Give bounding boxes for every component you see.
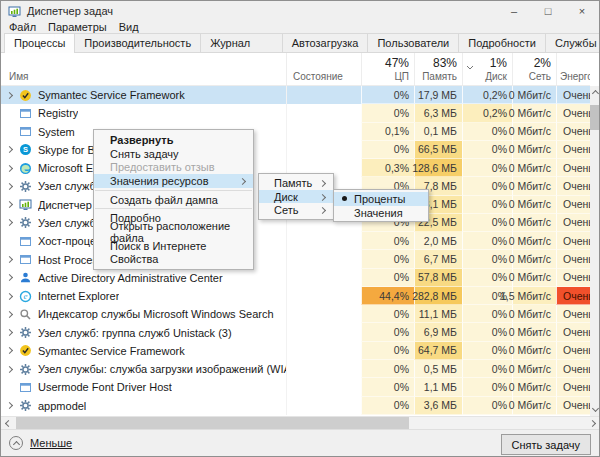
menubar-item-file[interactable]: Файл [3,20,42,34]
tab-app-history[interactable]: Журнал приложений [200,33,283,52]
status-cell [286,397,361,415]
horizontal-scrollbar-thumb[interactable] [16,417,409,429]
memory-cell: 17,9 МБ [414,86,462,104]
submenu-item-network[interactable]: Сеть [259,203,333,217]
expander-icon[interactable] [1,202,14,207]
column-header-name[interactable]: Имя [1,53,286,85]
column-header-cpu[interactable]: 47% ЦП [361,53,414,85]
status-cell [286,104,361,122]
expander-icon[interactable] [1,294,14,299]
process-name-cell: Индексатор службы Microsoft Windows Sear… [1,305,286,323]
tab-processes[interactable]: Процессы [4,33,75,53]
table-row[interactable]: Host Process fo0%6,7 МБ0%0 Мбит/сОчень н… [1,250,590,268]
menu-item-end-task[interactable]: Снять задачу [94,147,253,161]
submenu-item-percents[interactable]: Проценты [334,192,428,206]
expander-icon[interactable] [1,257,14,262]
menu-item-search-online[interactable]: Поиск в Интернете [94,239,253,253]
table-row[interactable]: Узел служб: группа служб Unistack (3)0%6… [1,323,590,341]
table-row[interactable]: Индексатор службы Microsoft Windows Sear… [1,305,590,323]
table-row[interactable]: Usermode Font Driver Host0%1,1 МБ0%0 Мби… [1,378,590,396]
tab-bar: ПроцессыПроизводительностьЖурнал приложе… [1,34,599,53]
close-button[interactable]: × [565,1,599,20]
menu-item-resource-values[interactable]: Значения ресурсов [94,174,253,188]
energy-cell: Очень низкое [556,232,590,250]
network-cell: 0 Мбит/с [512,323,556,341]
menu-item-label: Диск [274,191,298,203]
column-header-memory[interactable]: 83% Память [414,53,462,85]
table-row[interactable]: Symantec Service Framework0%64,7 МБ0%0 М… [1,342,590,360]
vertical-scrollbar[interactable] [590,86,600,416]
column-header-energy[interactable]: Энергопотребление [556,53,590,85]
task-manager-window: Диспетчер задач – □ × ФайлПараметрыВид П… [0,0,600,457]
fewer-details-toggle[interactable]: Меньше [9,436,72,450]
end-task-button[interactable]: Снять задачу [501,434,592,455]
expander-icon[interactable] [1,312,14,317]
column-header-status[interactable]: Состояние [286,53,361,85]
table-row[interactable]: appmodel0%3,6 МБ0%0 Мбит/сОчень низкое [1,397,590,415]
submenu-item-memory[interactable]: Память [259,176,333,190]
expander-icon[interactable] [1,330,14,335]
tab-performance[interactable]: Производительность [74,33,201,52]
status-cell [286,232,361,250]
person-icon [19,271,32,284]
ie-icon: e [19,290,32,303]
energy-cell: Очень низкое [556,196,590,214]
table-row[interactable]: System0,1%0,1 МБ0%0 Мбит/сОчень низкое [1,123,590,141]
gear-icon [19,180,32,193]
table-row[interactable]: eInternet Explorer44,4%282,8 МБ0%1,5 Мби… [1,287,590,305]
search-indexer-icon [19,308,32,321]
submenu-item-values[interactable]: Значения [334,206,428,220]
scroll-left-icon[interactable] [1,417,15,429]
menu-item-open-file-location[interactable]: Открыть расположение файла [94,225,253,239]
expander-icon[interactable] [1,93,14,98]
submenu-item-disk[interactable]: Диск [259,190,333,204]
expander-icon[interactable] [1,184,14,189]
process-name-cell: Symantec Service Framework [1,86,286,104]
menu-separator [95,208,252,209]
expander-icon[interactable] [1,367,14,372]
menu-item-create-dump-file[interactable]: Создать файл дампа [94,193,253,207]
expander-icon[interactable] [1,348,14,353]
table-row[interactable]: Registry0%6,3 МБ0,2%0 Мбит/сОчень низкое [1,104,590,122]
disk-cell: 0% [462,342,512,360]
cpu-cell: 0% [361,323,414,341]
network-cell: 0 Мбит/с [512,378,556,396]
energy-cell: Очень низкое [556,123,590,141]
tab-startup[interactable]: Автозагрузка [282,33,369,52]
tab-services[interactable]: Службы [545,33,600,52]
menu-item-expand[interactable]: Развернуть [94,133,253,147]
memory-cell: 57,8 МБ [414,269,462,287]
table-row[interactable]: Узел службы: служба загрузки изображений… [1,360,590,378]
expander-icon[interactable] [1,147,14,152]
network-cell: 0 Мбит/с [512,214,556,232]
status-cell [286,342,361,360]
vertical-scrollbar-thumb[interactable] [590,105,600,130]
scroll-right-icon[interactable] [585,417,599,429]
tab-details[interactable]: Подробности [458,33,546,52]
energy-cell: Очень низкое [556,323,590,341]
process-name: Active Directory Administrative Center [38,272,223,284]
scroll-up-icon[interactable] [590,86,600,101]
table-row[interactable]: Symantec Service Framework0%17,9 МБ0,2%0… [1,86,590,104]
expander-icon[interactable] [1,403,14,408]
menu-item-properties[interactable]: Свойства [94,253,253,267]
table-row[interactable]: Хост-процесс0%2,0 МБ0%0 Мбит/сОчень низк… [1,232,590,250]
scroll-down-icon[interactable] [590,401,600,416]
expander-icon[interactable] [1,275,14,280]
column-header-disk[interactable]: 1% Диск [462,53,512,85]
table-row[interactable]: Active Directory Administrative Center0%… [1,269,590,287]
expander-icon[interactable] [1,220,14,225]
tab-users[interactable]: Пользователи [367,33,459,52]
minimize-button[interactable]: – [497,1,531,20]
maximize-button[interactable]: □ [531,1,565,20]
disk-cell: 0% [462,177,512,195]
title-bar[interactable]: Диспетчер задач – □ × [1,1,599,20]
process-name-cell: Узел служб: группа служб Unistack (3) [1,323,286,341]
memory-cell: 282,8 МБ [414,287,462,305]
table-row[interactable]: SSkype for Busin0%66,5 МБ0%0 Мбит/сОчень… [1,141,590,159]
horizontal-scrollbar[interactable] [1,416,599,429]
menubar-item-view[interactable]: Вид [113,20,145,34]
menubar-item-options[interactable]: Параметры [42,20,113,34]
column-header-network[interactable]: 2% Сеть [512,53,556,85]
expander-icon[interactable] [1,166,14,171]
